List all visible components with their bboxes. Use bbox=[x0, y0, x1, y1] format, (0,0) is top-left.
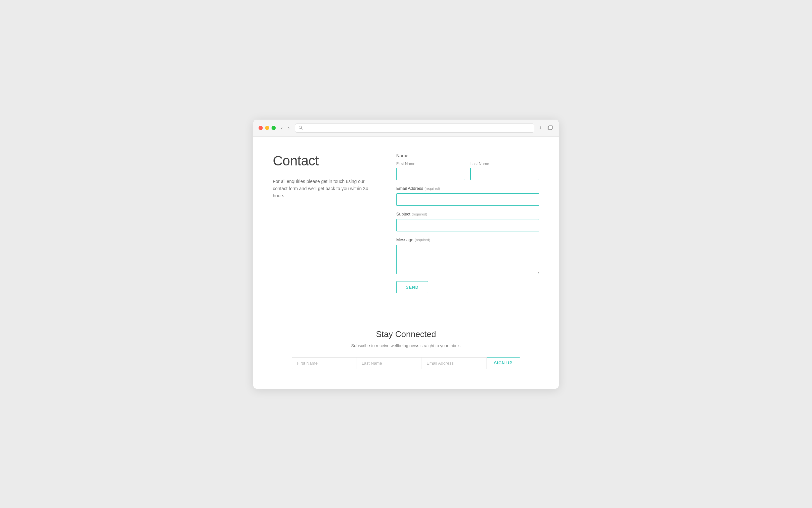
sign-up-button[interactable]: SIGN UP bbox=[487, 357, 520, 369]
contact-section: Contact For all enquiries please get in … bbox=[273, 153, 539, 293]
first-name-input[interactable] bbox=[396, 168, 465, 180]
last-name-label: Last Name bbox=[470, 162, 539, 166]
newsletter-first-name-input[interactable] bbox=[292, 357, 357, 369]
email-required-tag: (required) bbox=[425, 186, 440, 190]
contact-left: Contact For all enquiries please get in … bbox=[273, 153, 370, 200]
subject-label: Subject(required) bbox=[396, 212, 539, 216]
subject-required-tag: (required) bbox=[412, 212, 427, 216]
traffic-light-yellow[interactable] bbox=[265, 126, 269, 130]
subject-input[interactable] bbox=[396, 219, 539, 231]
contact-form: Name First Name Last Name bbox=[396, 153, 539, 293]
stay-connected-subtitle: Subscribe to receive wellbeing news stra… bbox=[273, 343, 539, 348]
first-name-label: First Name bbox=[396, 162, 465, 166]
browser-toolbar: ‹ › + bbox=[253, 120, 559, 137]
back-button[interactable]: ‹ bbox=[280, 125, 284, 131]
address-bar bbox=[295, 124, 535, 133]
svg-rect-3 bbox=[548, 126, 553, 129]
toolbar-actions: + bbox=[538, 125, 554, 132]
email-label: Email Address(required) bbox=[396, 186, 539, 191]
subject-group: Subject(required) bbox=[396, 212, 539, 231]
contact-description: For all enquiries please get in touch us… bbox=[273, 178, 370, 200]
page-content: Contact For all enquiries please get in … bbox=[253, 137, 559, 389]
newsletter-email-input[interactable] bbox=[422, 357, 487, 369]
message-required-tag: (required) bbox=[415, 238, 430, 242]
email-group: Email Address(required) bbox=[396, 186, 539, 206]
traffic-lights bbox=[258, 126, 276, 130]
stay-connected-title: Stay Connected bbox=[273, 329, 539, 339]
name-label: Name bbox=[396, 153, 539, 158]
name-row: First Name Last Name bbox=[396, 162, 539, 180]
email-input[interactable] bbox=[396, 194, 539, 206]
forward-button[interactable]: › bbox=[286, 125, 291, 131]
newsletter-last-name-input[interactable] bbox=[357, 357, 422, 369]
newsletter-form: SIGN UP bbox=[273, 357, 539, 369]
traffic-light-green[interactable] bbox=[272, 126, 276, 130]
search-icon bbox=[298, 125, 303, 131]
message-label: Message(required) bbox=[396, 237, 539, 242]
first-name-field: First Name bbox=[396, 162, 465, 180]
new-tab-button[interactable]: + bbox=[538, 125, 543, 132]
message-group: Message(required) bbox=[396, 237, 539, 275]
traffic-light-red[interactable] bbox=[258, 126, 263, 130]
page-title: Contact bbox=[273, 153, 370, 169]
svg-line-1 bbox=[301, 128, 302, 129]
name-group: Name First Name Last Name bbox=[396, 153, 539, 180]
browser-window: ‹ › + bbox=[253, 120, 559, 389]
last-name-input[interactable] bbox=[470, 168, 539, 180]
address-input[interactable] bbox=[305, 125, 531, 130]
tabs-button[interactable] bbox=[547, 125, 554, 132]
nav-buttons: ‹ › bbox=[280, 125, 291, 131]
last-name-field: Last Name bbox=[470, 162, 539, 180]
message-input[interactable] bbox=[396, 245, 539, 274]
send-button[interactable]: SEND bbox=[396, 281, 428, 293]
stay-connected-section: Stay Connected Subscribe to receive well… bbox=[273, 313, 539, 369]
